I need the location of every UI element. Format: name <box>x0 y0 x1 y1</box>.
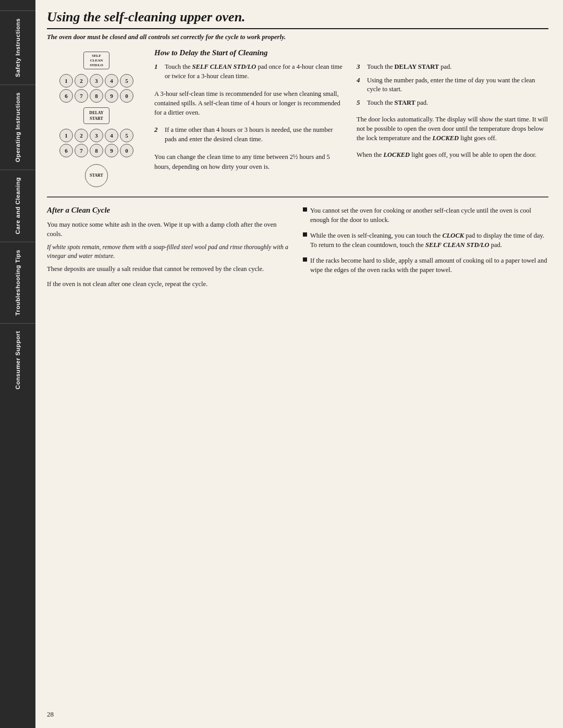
key-6: 6 <box>59 89 73 103</box>
sidebar-item-safety[interactable]: Safety Instructions <box>0 10 35 84</box>
bullet-item-3: If the racks become hard to slide, apply… <box>303 256 548 275</box>
step-3-text: Touch the DELAY START pad. <box>367 63 452 72</box>
after-clean-bullets: You cannot set the oven for cooking or a… <box>303 206 548 275</box>
steps-container: 1 Touch the SELF CLEAN STD/LO pad once f… <box>154 63 548 171</box>
delay-start-label: DELAYSTART <box>89 110 103 121</box>
bullet-icon-3 <box>303 257 307 262</box>
bullet-item-1: You cannot set the oven for cooking or a… <box>303 206 548 225</box>
key-9b: 9 <box>105 144 118 157</box>
door-lock-text-2: When the LOCKED light goes off, you will… <box>357 150 548 159</box>
key-5b: 5 <box>120 129 133 142</box>
self-clean-label: SELF CLEAN STD/LO <box>90 54 103 67</box>
step-3-row: 3 Touch the DELAY START pad. <box>357 63 548 72</box>
key-5: 5 <box>120 74 133 88</box>
key-1b: 1 <box>59 129 73 142</box>
step-3-num: 3 <box>357 63 364 71</box>
key-2: 2 <box>75 74 88 88</box>
top-section: SELF CLEAN STD/LO 1 2 3 4 5 6 7 8 9 0 <box>47 48 548 198</box>
self-clean-button-diagram: SELF CLEAN STD/LO <box>83 52 109 69</box>
steps-right: 3 Touch the DELAY START pad. 4 Using the… <box>357 63 548 171</box>
after-clean-right: You cannot set the oven for cooking or a… <box>303 206 548 705</box>
key-7b: 7 <box>75 144 88 157</box>
step-1-extra-text: A 3-hour self-clean time is recommended … <box>154 89 346 117</box>
bullet-text-2: While the oven is self-cleaning, you can… <box>310 231 548 250</box>
main-content: Using the self-cleaning upper oven. The … <box>35 0 563 728</box>
step-5-num: 5 <box>357 98 364 107</box>
delay-instructions: How to Delay the Start of Cleaning 1 Tou… <box>154 48 548 187</box>
key-6b: 6 <box>59 144 73 157</box>
step-1-row: 1 Touch the SELF CLEAN STD/LO pad once f… <box>154 63 346 81</box>
key-0b: 0 <box>120 144 133 157</box>
bottom-section: After a Clean Cycle You may notice some … <box>47 198 548 705</box>
key-0: 0 <box>120 89 133 103</box>
bullet-text-1: You cannot set the oven for cooking or a… <box>310 206 548 225</box>
bullet-text-3: If the racks become hard to slide, apply… <box>310 256 548 275</box>
sidebar-item-troubleshooting[interactable]: Troubleshooting Tips <box>0 242 35 323</box>
numpad-bottom: 1 2 3 4 5 6 7 8 9 0 <box>59 129 133 157</box>
bullet-item-2: While the oven is self-cleaning, you can… <box>303 231 548 250</box>
step-5-text: Touch the START pad. <box>367 98 428 108</box>
after-clean-left: After a Clean Cycle You may notice some … <box>47 206 292 705</box>
page-subtitle: The oven door must be closed and all con… <box>47 33 548 41</box>
after-clean-para3: If the oven is not clean after one clean… <box>47 279 292 289</box>
start-button-diagram: START <box>85 164 108 187</box>
after-clean-heading: After a Clean Cycle <box>47 206 292 215</box>
step-1-num: 1 <box>154 63 162 71</box>
key-7: 7 <box>75 89 88 103</box>
key-8b: 8 <box>90 144 103 157</box>
page-number: 28 <box>47 705 548 719</box>
key-2b: 2 <box>75 129 88 142</box>
key-3b: 3 <box>90 129 103 142</box>
key-1: 1 <box>59 74 73 88</box>
oven-diagram: SELF CLEAN STD/LO 1 2 3 4 5 6 7 8 9 0 <box>47 48 146 187</box>
after-clean-italic: If white spots remain, remove them with … <box>47 243 292 261</box>
steps-left: 1 Touch the SELF CLEAN STD/LO pad once f… <box>154 63 346 171</box>
step-4-num: 4 <box>357 76 364 84</box>
step-5-row: 5 Touch the START pad. <box>357 98 548 108</box>
key-9: 9 <box>105 89 118 103</box>
sidebar-item-consumer[interactable]: Consumer Support <box>0 323 35 397</box>
sidebar-item-operating[interactable]: Operating Instructions <box>0 84 35 169</box>
key-3: 3 <box>90 74 103 88</box>
step-2-row: 2 If a time other than 4 hours or 3 hour… <box>154 126 346 144</box>
delay-start-button-diagram: DELAYSTART <box>83 107 109 124</box>
step-4-text: Using the number pads, enter the time of… <box>367 76 548 94</box>
step-free-text: You can change the clean time to any tim… <box>154 152 346 171</box>
sidebar: Safety Instructions Operating Instructio… <box>0 0 35 728</box>
door-lock-text-1: The door locks automatically. The displa… <box>357 115 548 143</box>
step-2-num: 2 <box>154 126 162 134</box>
step-4-row: 4 Using the number pads, enter the time … <box>357 76 548 94</box>
after-clean-para2: These deposits are usually a salt residu… <box>47 264 292 274</box>
key-8: 8 <box>90 89 103 103</box>
bullet-icon-1 <box>303 207 307 212</box>
step-1-text: Touch the SELF CLEAN STD/LO pad once for… <box>165 63 346 81</box>
key-4b: 4 <box>105 129 118 142</box>
start-label: START <box>90 173 103 178</box>
page-title: Using the self-cleaning upper oven. <box>47 9 548 29</box>
after-clean-para1: You may notice some white ash in the ove… <box>47 220 292 239</box>
delay-section-heading: How to Delay the Start of Cleaning <box>154 48 548 57</box>
bullet-icon-2 <box>303 232 307 237</box>
step-2-text: If a time other than 4 hours or 3 hours … <box>165 126 346 144</box>
sidebar-item-care[interactable]: Care and Cleaning <box>0 169 35 241</box>
key-4: 4 <box>105 74 118 88</box>
numpad-top: 1 2 3 4 5 6 7 8 9 0 <box>59 74 133 103</box>
